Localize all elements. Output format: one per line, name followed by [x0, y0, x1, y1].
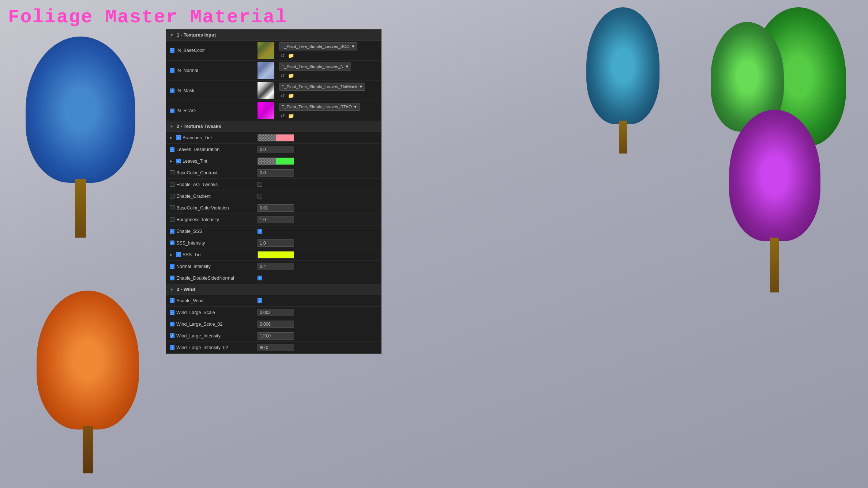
input-basecolor-contrast[interactable]: [258, 169, 294, 177]
param-row-wind-large-scale: Wind_Large_Scale: [166, 307, 381, 318]
color-display: [276, 135, 294, 141]
checkbox-enable-sss[interactable]: [170, 229, 174, 234]
checkbox-enable-ao-tweaks[interactable]: [170, 182, 174, 187]
param-name-enable-ao-tweaks: Enable_AO_Tweaks: [176, 182, 218, 187]
param-row-in-mask: IN_Mask T_Plant_Tree_Simple_Leaves_TintM…: [166, 81, 381, 101]
texture-thumb-mask: [258, 82, 274, 99]
color-swatch-sss-tint[interactable]: [258, 251, 294, 258]
param-name-basecolor-contrast: BaseColor_Contrast: [176, 170, 218, 175]
input-sss-intensity[interactable]: [258, 239, 294, 247]
checkbox-enable-doublesidednormal[interactable]: [170, 276, 174, 280]
param-label-area: Leaves_Desaturation: [170, 147, 258, 152]
param-label-area: Wind_Large_Intensity: [170, 333, 258, 338]
browse-icon[interactable]: 📁: [288, 52, 294, 59]
texture-info: T_Plant_Tree_Simple_Leaves_BCO ▼ ↺ 📁: [279, 42, 357, 59]
reset-icon[interactable]: ↺: [279, 113, 286, 119]
reset-icon[interactable]: ↺: [279, 92, 286, 99]
param-label-area: Enable_Gradient: [170, 194, 258, 199]
value-checkbox-wind[interactable]: [258, 298, 262, 303]
texture-name: T_Plant_Tree_Simple_Leaves_N: [282, 64, 343, 69]
input-wind-large-intensity-02[interactable]: [258, 344, 294, 351]
expand-arrow-icon[interactable]: ▶: [170, 136, 173, 140]
number-value-area: [258, 204, 377, 212]
color-value-area: [258, 134, 377, 141]
texture-thumb-basecolor: [258, 42, 274, 59]
checkbox-in-mask[interactable]: [170, 88, 174, 93]
param-label-area: ▶ SSS_Tint: [170, 252, 258, 257]
texture-info: T_Plant_Tree_Simple_Leaves_RTAO ▼ ↺ 📁: [279, 103, 360, 119]
expand-arrow-icon[interactable]: ▶: [170, 159, 173, 163]
checkbox-wind-large-intensity-02[interactable]: [170, 345, 174, 350]
input-basecolor-colorvariation[interactable]: [258, 204, 294, 212]
section-textures-input[interactable]: ▼ 1 - Textures Input: [166, 30, 381, 41]
checkbox-branches-tint[interactable]: [176, 135, 181, 140]
texture-dropdown-mask[interactable]: T_Plant_Tree_Simple_Leaves_TintMask ▼: [279, 83, 365, 91]
reset-icon[interactable]: ↺: [279, 72, 286, 79]
checkbox-enable-wind[interactable]: [170, 298, 174, 303]
section-arrow: ▼: [170, 287, 174, 292]
checkbox-wind-large-scale[interactable]: [170, 310, 174, 315]
value-checkbox-doublesidednormal[interactable]: [258, 276, 262, 280]
checkbox-leaves-desaturation[interactable]: [170, 147, 174, 152]
material-panel: ▼ 1 - Textures Input IN_BaseColor T_Plan…: [166, 29, 382, 354]
param-name-leaves-tint: Leaves_Tint: [183, 159, 207, 164]
param-row-enable-ao-tweaks: Enable_AO_Tweaks: [166, 179, 381, 190]
checker-pattern: [258, 135, 276, 141]
tree-decoration: [729, 110, 831, 292]
param-label-area: Wind_Large_Scale_02: [170, 322, 258, 327]
expand-arrow-icon[interactable]: ▶: [170, 253, 173, 257]
checkbox-sss-tint[interactable]: [176, 252, 181, 257]
section-title: 3 - Wind: [177, 287, 195, 292]
input-wind-large-scale-02[interactable]: [258, 321, 294, 328]
input-wind-large-scale[interactable]: [258, 309, 294, 316]
texture-dropdown-normal[interactable]: T_Plant_Tree_Simple_Leaves_N ▼: [279, 63, 351, 71]
section-arrow: ▼: [170, 33, 174, 37]
param-row-roughness-intensity: Roughness_Intensity: [166, 214, 381, 226]
checkbox-leaves-tint[interactable]: [176, 159, 181, 163]
texture-name: T_Plant_Tree_Simple_Leaves_BCO: [282, 44, 350, 49]
param-name-enable-wind: Enable_Wind: [176, 298, 203, 303]
param-row-normal-intensity: Normal_Intensity: [166, 261, 381, 272]
section-wind[interactable]: ▼ 3 - Wind: [166, 284, 381, 295]
texture-action-icons: ↺ 📁: [279, 113, 360, 119]
value-checkbox-sss[interactable]: [258, 229, 262, 234]
param-label-area: Wind_Large_Scale: [170, 310, 258, 315]
checkbox-in-basecolor[interactable]: [170, 48, 174, 53]
param-row-in-normal: IN_Normal T_Plant_Tree_Simple_Leaves_N ▼…: [166, 61, 381, 81]
checkbox-enable-gradient[interactable]: [170, 194, 174, 198]
section-textures-tweaks[interactable]: ▼ 2 - Textures Tweaks: [166, 121, 381, 132]
param-label-area: Enable_SSS: [170, 229, 258, 234]
param-label-area: ▶ Branches_Tint: [170, 135, 258, 140]
checkbox-wind-large-scale-02[interactable]: [170, 322, 174, 326]
texture-value-area: T_Plant_Tree_Simple_Leaves_TintMask ▼ ↺ …: [258, 82, 377, 99]
checkbox-basecolor-contrast[interactable]: [170, 170, 174, 175]
value-checkbox-gradient[interactable]: [258, 194, 262, 198]
checkbox-wind-large-intensity[interactable]: [170, 333, 174, 338]
checkbox-in-normal[interactable]: [170, 68, 174, 73]
input-wind-large-intensity[interactable]: [258, 332, 294, 340]
checkbox-sss-intensity[interactable]: [170, 241, 174, 245]
checkbox-normal-intensity[interactable]: [170, 264, 174, 269]
reset-icon[interactable]: ↺: [279, 52, 286, 59]
checkbox-in-rtao[interactable]: [170, 109, 174, 113]
param-label-area: BaseColor_ColorVariation: [170, 205, 258, 211]
param-row-in-basecolor: IN_BaseColor T_Plant_Tree_Simple_Leaves_…: [166, 41, 381, 61]
checkbox-basecolor-colorvariation[interactable]: [170, 205, 174, 210]
input-roughness-intensity[interactable]: [258, 216, 294, 223]
input-leaves-desaturation[interactable]: [258, 146, 294, 153]
texture-value-area: T_Plant_Tree_Simple_Leaves_BCO ▼ ↺ 📁: [258, 42, 377, 59]
browse-icon[interactable]: 📁: [288, 72, 294, 79]
param-label-area: Normal_Intensity: [170, 264, 258, 269]
param-name-in-normal: IN_Normal: [176, 68, 198, 73]
texture-dropdown-basecolor[interactable]: T_Plant_Tree_Simple_Leaves_BCO ▼: [279, 42, 357, 50]
browse-icon[interactable]: 📁: [288, 92, 294, 99]
texture-dropdown-rtao[interactable]: T_Plant_Tree_Simple_Leaves_RTAO ▼: [279, 103, 360, 111]
texture-info: T_Plant_Tree_Simple_Leaves_N ▼ ↺ 📁: [279, 63, 351, 79]
input-normal-intensity[interactable]: [258, 263, 294, 270]
value-checkbox-ao-tweaks[interactable]: [258, 182, 262, 187]
color-swatch-branches-tint[interactable]: [258, 134, 294, 141]
color-swatch-leaves-tint[interactable]: [258, 158, 294, 165]
param-label-area: IN_Mask: [170, 88, 258, 93]
browse-icon[interactable]: 📁: [288, 113, 294, 119]
checkbox-roughness-intensity[interactable]: [170, 217, 174, 222]
